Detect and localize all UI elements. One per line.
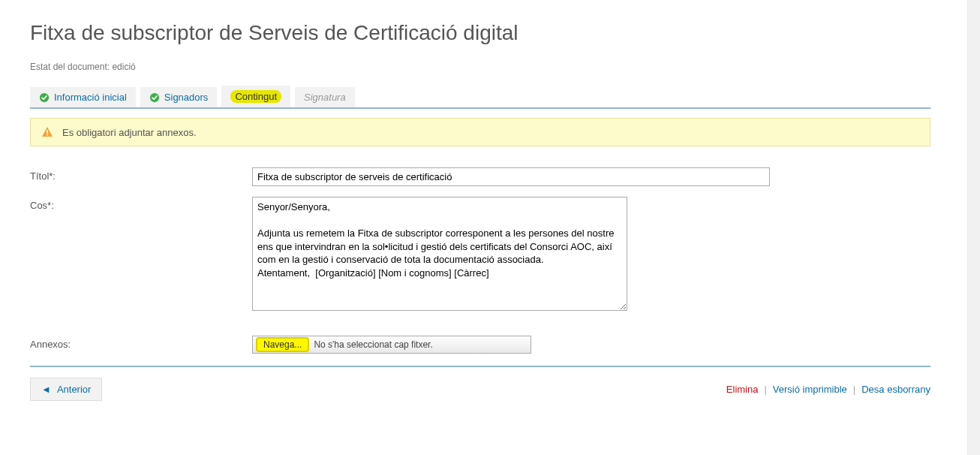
tab-contingut[interactable]: Contingut [221, 86, 290, 107]
triangle-left-icon: ◄ [41, 384, 51, 395]
section-divider [30, 366, 930, 367]
tab-informacio-inicial[interactable]: Informació inicial [30, 87, 136, 107]
svg-point-0 [40, 92, 49, 101]
svg-point-1 [150, 92, 159, 101]
tabs: Informació inicial Signadors Contingut S… [30, 86, 930, 109]
tab-label: Contingut [230, 90, 281, 103]
browse-button[interactable]: Navega... [256, 337, 309, 352]
link-versio-imprimible[interactable]: Versió imprimible [773, 384, 847, 395]
file-picker[interactable]: Navega... No s'ha seleccionat cap fitxer… [252, 336, 531, 354]
previous-label: Anterior [57, 384, 92, 395]
tab-signadors[interactable]: Signadors [140, 87, 218, 107]
svg-rect-2 [47, 130, 48, 134]
tab-signatura: Signatura [295, 87, 355, 107]
svg-rect-3 [47, 134, 48, 136]
footer-actions: Elimina | Versió imprimible | Desa esbor… [726, 384, 930, 395]
tab-label: Informació inicial [54, 92, 127, 103]
status-value: edició [112, 62, 135, 72]
alert-annexos-required: Es obligatori adjuntar annexos. [30, 118, 930, 146]
warning-icon [41, 126, 53, 138]
status-prefix: Estat del document: [30, 62, 110, 72]
check-circle-icon [39, 92, 50, 103]
input-titol[interactable] [252, 167, 770, 186]
alert-message: Es obligatori adjuntar annexos. [62, 127, 197, 138]
tab-label: Signatura [304, 92, 346, 103]
label-annexos: Annexos: [30, 336, 252, 350]
check-circle-icon [149, 92, 160, 103]
label-cos: Cos*: [30, 197, 252, 211]
link-desa-esborrany[interactable]: Desa esborrany [861, 384, 930, 395]
separator: | [764, 384, 766, 395]
link-elimina[interactable]: Elimina [726, 384, 759, 395]
file-status-text: No s'ha seleccionat cap fitxer. [314, 339, 432, 350]
scrollbar-track[interactable] [967, 0, 980, 455]
document-status: Estat del document: edició [30, 62, 930, 72]
textarea-cos[interactable] [252, 197, 627, 311]
separator: | [853, 384, 855, 395]
label-titol: Títol*: [30, 167, 252, 182]
previous-button[interactable]: ◄ Anterior [30, 378, 102, 401]
tab-label: Signadors [164, 92, 209, 103]
page-title: Fitxa de subscriptor de Serveis de Certi… [30, 21, 930, 45]
